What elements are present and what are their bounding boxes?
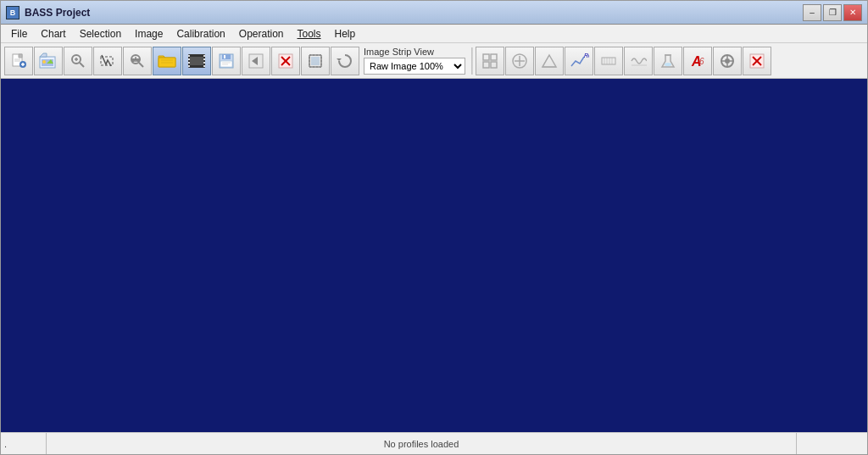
open-image-button[interactable] — [34, 47, 63, 75]
close-tool-button[interactable] — [743, 47, 771, 75]
view-label: Image Strip View — [364, 47, 465, 57]
menu-selection[interactable]: Selection — [73, 25, 128, 42]
zoom-button[interactable] — [64, 47, 92, 75]
svg-rect-66 — [602, 58, 615, 64]
toolbar: Image Strip View Raw Image 100% — [1, 43, 867, 79]
film-button[interactable] — [182, 47, 211, 75]
view-selector: Image Strip View Raw Image 100% — [364, 47, 465, 75]
status-left: . — [4, 433, 47, 454]
svg-rect-57 — [483, 62, 489, 68]
svg-rect-32 — [188, 65, 190, 67]
svg-rect-55 — [483, 54, 489, 60]
menu-operation[interactable]: Operation — [232, 25, 291, 42]
minimize-button[interactable]: – — [803, 4, 821, 21]
app-icon: B — [6, 6, 19, 19]
menu-tools[interactable]: Tools — [291, 25, 328, 42]
select-button[interactable] — [93, 47, 122, 75]
svg-rect-34 — [203, 58, 205, 60]
restore-button[interactable]: ❐ — [823, 4, 842, 21]
svg-rect-58 — [491, 62, 497, 68]
calc-button[interactable] — [505, 47, 534, 75]
svg-rect-56 — [491, 54, 497, 60]
svg-line-18 — [139, 63, 143, 67]
menu-bar: File Chart Selection Image Calibration O… — [1, 25, 867, 43]
view-dropdown[interactable]: Raw Image 100% — [364, 58, 465, 75]
svg-rect-22 — [136, 58, 140, 62]
canvas-area — [1, 79, 867, 432]
menu-chart[interactable]: Chart — [34, 25, 72, 42]
new-button[interactable] — [4, 47, 33, 75]
main-window: B BASS Project – ❐ ✕ File Chart Selectio… — [0, 0, 868, 455]
ref-chart-button[interactable]: Ref — [565, 47, 593, 75]
delete-button[interactable] — [271, 47, 300, 75]
window-controls: – ❐ ✕ — [803, 4, 862, 21]
svg-rect-40 — [220, 61, 232, 67]
menu-help[interactable]: Help — [328, 25, 363, 42]
brush-button[interactable] — [594, 47, 623, 75]
svg-rect-35 — [203, 62, 205, 64]
menu-calibration[interactable]: Calibration — [170, 25, 231, 42]
toolbar-separator-1 — [471, 47, 473, 75]
save-button[interactable] — [212, 47, 241, 75]
refresh-button[interactable] — [331, 47, 359, 75]
grid-button[interactable] — [476, 47, 504, 75]
svg-marker-62 — [542, 55, 556, 67]
svg-rect-33 — [203, 55, 205, 57]
svg-rect-31 — [188, 62, 190, 64]
svg-rect-21 — [131, 58, 135, 62]
svg-rect-24 — [159, 58, 175, 67]
menu-file[interactable]: File — [4, 25, 34, 42]
title-bar: B BASS Project – ❐ ✕ — [1, 1, 867, 25]
wave-button[interactable] — [624, 47, 653, 75]
svg-rect-38 — [222, 54, 231, 59]
svg-point-10 — [42, 60, 46, 64]
svg-rect-36 — [203, 65, 205, 67]
svg-rect-39 — [224, 55, 225, 58]
menu-image[interactable]: Image — [128, 25, 170, 42]
status-right — [796, 433, 864, 454]
window-title: BASS Project — [25, 7, 803, 19]
status-center: No profiles loaded — [47, 439, 796, 449]
svg-text:6: 6 — [699, 57, 704, 66]
flask-button[interactable] — [654, 47, 682, 75]
svg-line-63 — [542, 55, 549, 67]
letter-button[interactable]: A 6 — [683, 47, 712, 75]
svg-text:Ref: Ref — [584, 53, 589, 58]
svg-marker-1 — [19, 54, 22, 58]
crop-button[interactable] — [301, 47, 330, 75]
close-button[interactable]: ✕ — [843, 4, 862, 21]
reel-button[interactable] — [713, 47, 742, 75]
status-bar: . No profiles loaded — [1, 432, 867, 454]
svg-line-13 — [80, 63, 84, 67]
back-button[interactable] — [242, 47, 270, 75]
svg-marker-8 — [40, 53, 47, 57]
svg-point-73 — [665, 63, 671, 66]
find-button[interactable] — [123, 47, 152, 75]
folder-button[interactable] — [153, 47, 181, 75]
svg-rect-30 — [188, 58, 190, 60]
svg-rect-28 — [190, 57, 203, 65]
triangle-button[interactable] — [535, 47, 564, 75]
svg-point-77 — [725, 58, 730, 64]
svg-marker-54 — [337, 58, 342, 61]
svg-rect-29 — [188, 55, 190, 57]
svg-rect-53 — [311, 57, 320, 65]
